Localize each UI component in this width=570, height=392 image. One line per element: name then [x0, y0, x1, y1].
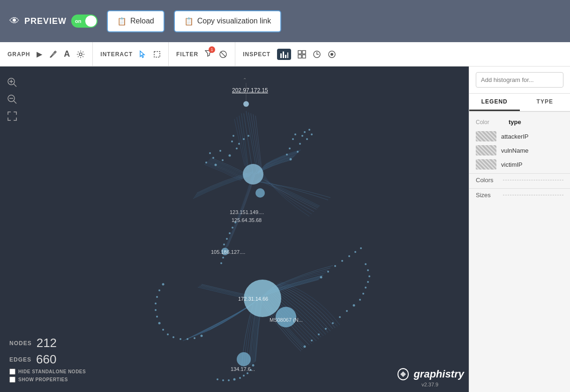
svg-point-47	[289, 148, 291, 149]
histogram-input[interactable]	[476, 72, 563, 88]
svg-text:123.151.149....: 123.151.149....	[230, 209, 264, 215]
svg-point-50	[301, 135, 303, 137]
svg-point-70	[367, 269, 369, 271]
show-properties-label: SHOW PROPERTIES	[18, 377, 68, 382]
filter-count: 1	[209, 46, 215, 53]
svg-point-32	[229, 155, 231, 157]
nodes-value: 212	[37, 336, 57, 350]
svg-point-105	[334, 265, 336, 267]
top-bar: 👁 PREVIEW on 📋 Reload 📋 Copy visualizati…	[0, 0, 570, 42]
graphistry-version: v2.37.9	[396, 382, 464, 387]
show-properties-checkbox[interactable]	[9, 377, 15, 383]
graphistry-name: graphistry	[413, 368, 464, 380]
svg-point-91	[155, 303, 157, 304]
svg-point-37	[219, 150, 221, 152]
grid-icon[interactable]	[298, 50, 306, 59]
svg-point-81	[201, 335, 203, 337]
hide-standalone-checkbox[interactable]	[9, 369, 15, 375]
dot-circle-icon[interactable]	[328, 50, 336, 59]
svg-line-20	[14, 101, 16, 104]
ban-icon[interactable]	[219, 50, 227, 59]
svg-point-43	[232, 135, 234, 137]
clock-icon[interactable]	[313, 50, 321, 59]
histogram-section	[469, 67, 570, 94]
svg-point-52	[286, 154, 288, 155]
svg-point-34	[222, 159, 224, 161]
svg-point-46	[297, 151, 299, 153]
svg-point-94	[162, 283, 165, 286]
svg-point-58	[311, 340, 313, 341]
bar-chart-icon[interactable]	[277, 49, 291, 60]
sizes-row: Sizes	[469, 188, 570, 201]
svg-point-48	[299, 143, 301, 145]
svg-point-45	[290, 158, 292, 161]
svg-point-59	[318, 333, 320, 335]
zoom-in-button[interactable]	[6, 76, 19, 89]
svg-point-14	[330, 53, 333, 56]
filter-label: FILTER	[176, 51, 198, 58]
svg-rect-6	[285, 55, 286, 58]
inspect-section: INSPECT	[235, 42, 344, 66]
filter-icon[interactable]: 1	[205, 49, 212, 59]
play-icon[interactable]: ▶	[37, 50, 42, 59]
svg-point-55	[306, 138, 308, 140]
interact-section: INTERACT	[93, 42, 169, 66]
svg-point-65	[359, 299, 361, 301]
svg-point-42	[248, 135, 249, 137]
cursor-icon[interactable]	[139, 50, 147, 59]
copy-link-button[interactable]: 📋 Copy visualization link	[174, 10, 281, 32]
svg-text:125.64.35.68: 125.64.35.68	[232, 217, 262, 223]
svg-point-116	[237, 352, 251, 366]
svg-point-93	[158, 289, 160, 291]
graphistry-logo-icon	[396, 367, 411, 382]
svg-rect-1	[154, 52, 160, 57]
svg-point-98	[223, 244, 225, 245]
svg-text:⌃: ⌃	[243, 77, 247, 82]
svg-point-87	[162, 329, 164, 331]
graph-stats: NODES 212 EDGES 660 HIDE STANDALONE NODE…	[9, 336, 86, 383]
hide-standalone-row: HIDE STANDALONE NODES	[9, 369, 86, 375]
svg-point-61	[332, 322, 334, 324]
reload-label: Reload	[130, 17, 154, 25]
svg-point-74	[247, 372, 248, 374]
right-panel: LEGEND TYPE Color type attackerIP vulnNa…	[469, 67, 570, 392]
legend-label-2: vulnName	[501, 147, 529, 154]
svg-point-99	[226, 238, 228, 240]
legend-swatch-3	[476, 159, 496, 170]
settings-icon[interactable]	[76, 50, 85, 59]
tab-type[interactable]: TYPE	[520, 94, 570, 111]
brush-icon[interactable]	[49, 50, 57, 59]
svg-point-106	[341, 260, 343, 262]
svg-point-107	[348, 255, 350, 257]
preview-toggle[interactable]: on	[71, 15, 98, 28]
color-header: Color	[476, 119, 504, 126]
list-item: victimIP	[469, 157, 570, 171]
svg-point-80	[217, 378, 218, 380]
zoom-out-button[interactable]	[6, 93, 19, 106]
svg-point-86	[167, 333, 169, 335]
tab-legend[interactable]: LEGEND	[469, 94, 520, 111]
rect-select-icon[interactable]	[153, 51, 161, 58]
svg-text:134.17.6...: 134.17.6...	[231, 366, 255, 372]
svg-point-63	[346, 310, 348, 312]
filter-section: FILTER 1	[169, 42, 235, 66]
watermark: graphistry v2.37.9	[396, 367, 464, 387]
text-icon[interactable]: A	[64, 49, 70, 59]
eye-icon: 👁	[9, 15, 20, 27]
svg-point-76	[239, 377, 241, 379]
svg-point-110	[243, 101, 249, 107]
fit-screen-button[interactable]	[6, 110, 19, 123]
colors-line	[503, 180, 563, 180]
svg-point-78	[228, 379, 230, 381]
svg-line-30	[234, 119, 245, 166]
svg-line-16	[14, 84, 16, 87]
graph-area[interactable]: 202.97.172.15 123.151.149.... 125.64.35.…	[0, 67, 469, 392]
svg-point-44	[209, 152, 211, 154]
svg-point-89	[156, 316, 158, 318]
reload-button[interactable]: 📋 Reload	[107, 10, 165, 32]
svg-point-68	[367, 281, 369, 283]
svg-rect-10	[298, 55, 301, 58]
svg-point-71	[365, 263, 367, 265]
svg-rect-5	[283, 52, 284, 58]
svg-line-28	[237, 117, 246, 167]
